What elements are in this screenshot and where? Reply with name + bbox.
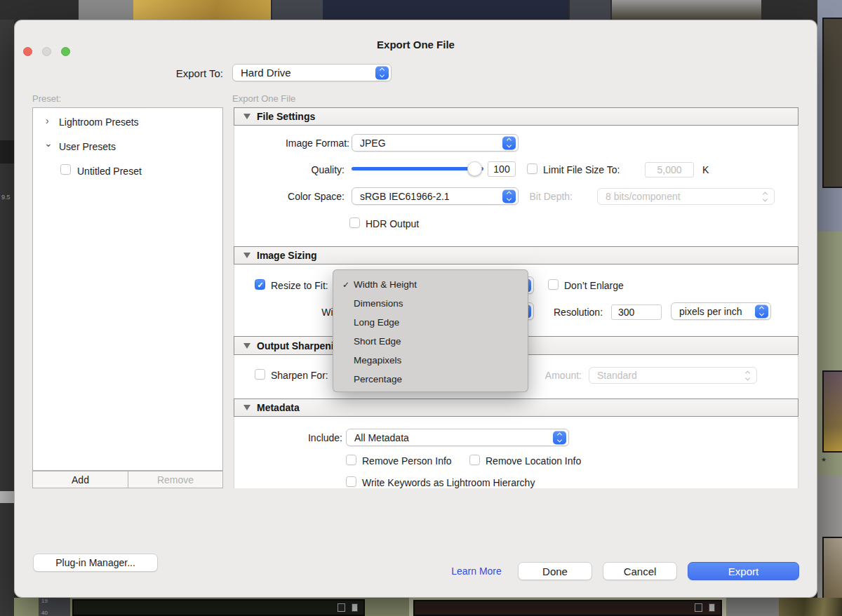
- menu-item-megapixels[interactable]: Megapixels: [333, 351, 528, 370]
- bg-bottom-filmstrip: 19 40: [14, 598, 842, 616]
- include-select[interactable]: All Metadata: [346, 429, 569, 446]
- limit-file-size-checkbox[interactable]: [527, 163, 537, 174]
- badge-icon: [352, 603, 358, 612]
- image-sizing-title: Image Sizing: [257, 250, 317, 261]
- bg-cell-dark1: [272, 0, 323, 20]
- stepper-icon: [502, 136, 516, 149]
- hdr-output-checkbox[interactable]: [349, 217, 360, 228]
- check-icon: ✓: [342, 280, 353, 290]
- menu-item-label: Megapixels: [354, 355, 401, 366]
- stepper-icon: [755, 304, 768, 318]
- dont-enlarge-label: Don’t Enlarge: [564, 280, 624, 291]
- resize-to-fit-checkbox[interactable]: [255, 279, 265, 290]
- menu-item-short-edge[interactable]: Short Edge: [333, 332, 528, 351]
- menu-item-long-edge[interactable]: Long Edge: [333, 313, 528, 332]
- image-format-select[interactable]: JPEG: [352, 134, 519, 152]
- bg-thumb-landscape: [612, 0, 761, 20]
- bg-right-thumb1: [822, 18, 842, 188]
- resolution-label: Resolution:: [554, 307, 603, 318]
- dont-enlarge-checkbox[interactable]: [548, 279, 559, 290]
- image-sizing-header[interactable]: Image Sizing: [234, 246, 798, 265]
- bg-bottom-thumb2: [413, 600, 722, 616]
- bg-bottom-thumb3: [779, 598, 842, 616]
- hdr-output-label: HDR Output: [366, 218, 419, 229]
- export-button[interactable]: Export: [688, 562, 799, 580]
- bg-cell-dark2: [570, 0, 610, 20]
- bg-left-label: 9.5: [1, 194, 11, 201]
- chevron-right-icon[interactable]: ›: [46, 115, 49, 126]
- resolution-field[interactable]: 300: [611, 304, 662, 320]
- screen: 9.5 ★ 19 40: [0, 0, 842, 616]
- metadata-header[interactable]: Metadata: [234, 399, 798, 417]
- export-to-value: Hard Drive: [241, 67, 291, 79]
- limit-file-size-unit: K: [702, 164, 709, 175]
- limit-file-size-field[interactable]: 5,000: [645, 162, 694, 178]
- include-label: Include:: [237, 432, 342, 443]
- remove-location-info-label: Remove Location Info: [486, 455, 581, 467]
- limit-file-size-label: Limit File Size To:: [543, 164, 620, 175]
- write-keywords-checkbox[interactable]: [346, 476, 356, 487]
- star-icon: ★: [821, 456, 827, 463]
- bg-left-panel: 9.5: [0, 20, 14, 616]
- menu-item-percentage[interactable]: Percentage: [333, 370, 528, 389]
- bg-right-thumb2: [822, 370, 842, 453]
- bg-thumb-gold: [133, 0, 271, 20]
- badge-icon: [338, 603, 345, 612]
- stepper-icon: [759, 190, 772, 203]
- sharpen-for-label: Sharpen For:: [271, 370, 328, 381]
- bg-filmstrip-index: 19 40: [39, 598, 70, 616]
- learn-more-link[interactable]: Learn More: [422, 565, 531, 577]
- file-settings-header[interactable]: File Settings: [234, 107, 798, 126]
- settings-heading: Export One File: [232, 93, 295, 104]
- bit-depth-label: Bit Depth:: [502, 191, 573, 202]
- preset-untitled-checkbox[interactable]: [60, 164, 71, 175]
- resolution-unit-select[interactable]: pixels per inch: [671, 302, 771, 320]
- bg-right-cell-olive: ★: [817, 232, 842, 476]
- stepper-icon: [741, 369, 754, 382]
- image-format-label: Image Format:: [209, 138, 349, 149]
- bg-thumb-navy: [323, 0, 568, 20]
- menu-item-label: Width & Height: [354, 279, 417, 290]
- bg-filmstrip-label-top: 19: [41, 598, 48, 604]
- metadata-title: Metadata: [257, 402, 300, 413]
- preset-item-untitled[interactable]: Untitled Preset: [77, 166, 142, 177]
- preset-group-user[interactable]: User Presets: [59, 141, 116, 152]
- file-settings-title: File Settings: [257, 111, 315, 122]
- cancel-button[interactable]: Cancel: [603, 562, 677, 580]
- export-to-label: Export To:: [97, 67, 223, 79]
- quality-slider[interactable]: [352, 167, 483, 170]
- export-to-select[interactable]: Hard Drive: [232, 64, 392, 81]
- menu-item-dimensions[interactable]: Dimensions: [333, 294, 528, 313]
- amount-select: Standard: [589, 367, 757, 384]
- badge-icon: [695, 603, 702, 612]
- chevron-down-icon[interactable]: ⌄: [44, 138, 53, 149]
- plugin-manager-button[interactable]: Plug-in Manager...: [33, 554, 158, 572]
- write-keywords-label: Write Keywords as Lightroom Hierarchy: [362, 477, 535, 488]
- remove-person-info-label: Remove Person Info: [362, 455, 452, 467]
- bg-top-strip: [0, 0, 842, 20]
- done-button[interactable]: Done: [518, 562, 592, 580]
- disclosure-triangle-icon: [243, 343, 250, 349]
- quality-slider-knob[interactable]: [467, 161, 482, 176]
- menu-item-label: Dimensions: [354, 298, 403, 309]
- bg-bottom-thumb1: [72, 599, 365, 616]
- stepper-icon: [553, 431, 566, 444]
- color-space-select[interactable]: sRGB IEC61966-2.1: [352, 187, 519, 205]
- bg-bottom-cell-gray: [726, 598, 779, 616]
- disclosure-triangle-icon: [243, 405, 250, 410]
- bg-thumb-gray: [79, 0, 133, 20]
- amount-value: Standard: [597, 370, 637, 381]
- quality-field[interactable]: 100: [488, 161, 516, 177]
- preset-group-lightroom[interactable]: Lightroom Presets: [59, 116, 139, 128]
- preset-remove-button[interactable]: Remove: [128, 471, 223, 488]
- preset-add-button[interactable]: Add: [32, 471, 128, 488]
- disclosure-triangle-icon: [243, 253, 250, 258]
- color-space-value: sRGB IEC61966-2.1: [360, 191, 450, 202]
- image-format-value: JPEG: [360, 138, 386, 149]
- menu-item-label: Percentage: [354, 374, 402, 384]
- sharpen-for-checkbox[interactable]: [255, 369, 265, 380]
- remove-location-info-checkbox[interactable]: [469, 455, 480, 465]
- bg-star-rating: ★: [821, 456, 827, 463]
- menu-item-width-height[interactable]: ✓ Width & Height: [333, 275, 528, 294]
- remove-person-info-checkbox[interactable]: [346, 455, 356, 465]
